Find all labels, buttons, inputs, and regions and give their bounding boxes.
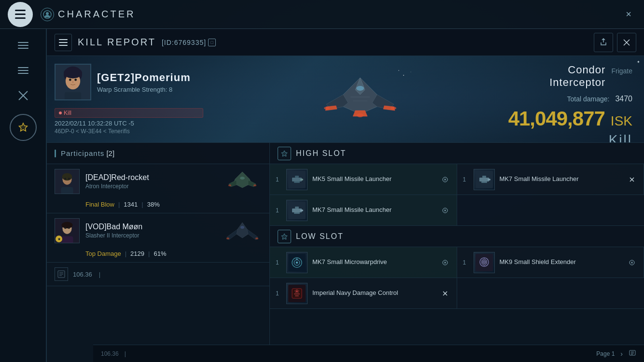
module-icon-dc [286,283,308,304]
svg-rect-50 [294,181,300,183]
module-action-mk7-2[interactable] [439,205,451,216]
svg-point-20 [391,107,396,110]
kill-report-actions [594,33,636,52]
participants-panel: Participants [2] [47,143,270,362]
module-qty-mwd: 1 [276,259,281,266]
main-menu-button[interactable] [8,2,33,27]
svg-rect-88 [295,295,299,296]
close-kill-report-button[interactable] [617,33,636,52]
footer-icon-box [55,267,68,281]
ship-name: Condor Interceptor [509,64,605,89]
low-slot-modules: 1 MK7 Small Microwarpdrive [270,247,644,309]
svg-point-16 [356,86,364,91]
footer-dummy-value: 106.36 [101,350,119,357]
svg-marker-4 [19,123,27,131]
svg-rect-57 [482,176,486,178]
footer-pipe: | [99,271,100,278]
participants-count: [2] [106,149,114,157]
participant-2[interactable]: ★ [VOD]Bad Møøn Slasher II Interceptor [47,213,269,263]
pilot-info-section: [GET2]Pomerium Warp Scramble Strength: 8… [47,56,211,142]
kill-result-text: Kill [609,132,632,143]
participant-2-name: [VOD]Bad Møøn [85,223,217,231]
module-name-mk5: MK5 Small Missile Launcher [312,175,434,183]
module-qty-shield: 1 [463,259,469,266]
sidebar-item-menu[interactable] [9,35,38,56]
svg-point-22 [403,75,404,76]
svg-rect-65 [294,212,300,214]
svg-point-11 [69,79,71,81]
svg-point-32 [228,184,231,186]
module-damage-control: 1 [270,278,457,309]
star-decoration: ✦ [637,60,640,64]
module-icon-mk7-2 [286,200,308,221]
svg-point-66 [300,209,303,211]
svg-rect-86 [295,292,299,292]
module-action-dc[interactable] [439,288,451,299]
filter-button[interactable] [629,349,636,358]
pilot-stat: Warp Scramble Strength: 8 [97,86,203,93]
copy-id-button[interactable]: □ [208,39,216,46]
svg-point-37 [64,227,66,229]
participant-1-info: [DEAD]Red-rocket Atron Interceptor [85,173,217,190]
svg-point-80 [484,262,485,263]
kill-dot [59,111,62,114]
export-button[interactable] [594,33,613,52]
svg-rect-64 [295,207,299,209]
module-mk7-launcher-full: 1 MK7 Small Missile Launcher [270,195,457,226]
participant-1-ship: Atron Interceptor [85,183,217,190]
svg-point-38 [68,227,70,229]
participant-2-stats: Top Damage | 2129 | 61% [47,248,269,262]
next-page-button[interactable]: › [620,350,623,358]
module-action-shield[interactable] [626,257,638,268]
svg-rect-87 [294,293,300,294]
sidebar [0,29,46,362]
module-name-mwd: MK7 Small Microwarpdrive [312,258,434,266]
module-qty-1: 1 [276,176,281,183]
footer-actions: Page 1 › [596,349,636,358]
top-close-button[interactable]: × [621,7,636,22]
app-title: CHARACTER [58,9,135,20]
module-qty-2: 1 [276,207,281,214]
module-action-mwd[interactable] [439,257,451,268]
module-action-mk5[interactable] [439,174,451,185]
module-shield: 1 MK9 Small Shield Extender [457,247,644,278]
module-mk5-launcher: 1 MK5 Small Missile Launcher [270,164,457,195]
participant-1[interactable]: [DEAD]Red-rocket Atron Interceptor [47,164,269,213]
svg-point-1 [46,12,49,15]
module-action-mk7-r[interactable] [626,174,638,185]
svg-point-29 [68,178,70,180]
participant-2-percent: 61% [154,250,166,257]
svg-point-19 [324,107,330,110]
svg-point-24 [398,70,399,71]
module-name-shield: MK9 Small Shield Extender [500,258,622,266]
svg-point-14 [64,68,82,79]
svg-point-13 [72,81,74,83]
svg-rect-39 [61,237,73,243]
kill-report-menu-button[interactable] [55,34,72,51]
sidebar-item-menu2[interactable] [9,60,38,81]
empty-cell-1 [457,195,644,226]
pilot-details: [GET2]Pomerium Warp Scramble Strength: 8 [97,71,203,93]
module-qty-r1: 1 [463,176,469,183]
ship-visual-area [211,56,509,142]
svg-rect-58 [481,181,487,183]
svg-point-40 [240,226,244,229]
kill-report-title: KILL REPORT [78,37,156,48]
high-slot-title: High Slot [296,149,346,158]
participant-1-ship-image [223,169,262,194]
module-mwd: 1 MK7 Small Microwarpdrive [270,247,457,278]
footer-value: 106.36 [73,271,92,278]
svg-point-23 [410,71,411,72]
section-bar [55,150,56,157]
kill-badge: Kill [55,108,203,118]
kill-report-bottom: Participants [2] [47,143,644,362]
kill-stats-section: ✦ Condor Interceptor Frigate Total damag… [509,56,644,142]
participant-1-stats: Final Blow | 1341 | 38% [47,199,269,213]
sidebar-item-combat[interactable] [9,85,38,106]
sidebar-badge-star[interactable] [10,114,37,141]
svg-rect-15 [65,92,81,100]
pilot-avatar[interactable] [55,64,91,100]
participant-2-avatar: ★ [55,218,80,243]
module-mk7-launcher-right: 1 MK7 Small Missile Launcher [457,164,644,195]
kill-report-id: [ID:6769335] [162,39,206,46]
